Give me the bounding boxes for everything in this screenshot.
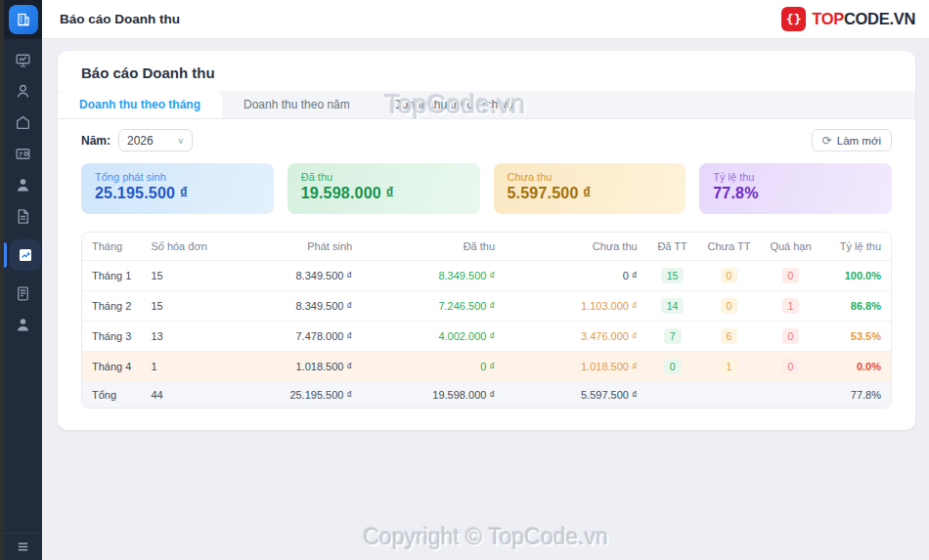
active-item-box — [10, 239, 41, 271]
table-header-row: Tháng Số hóa đơn Phát sinh Đã thu Chưa t… — [82, 233, 891, 261]
sidebar-item-home[interactable] — [7, 113, 40, 132]
col-header-thang: Tháng — [82, 233, 141, 261]
table-row-thang-1[interactable]: Tháng 1 15 8.349.500 ₫ 8.349.500 ₫ 0 ₫ 1… — [82, 261, 891, 291]
table-row-thang-2[interactable]: Tháng 2 15 8.349.500 ₫ 7.246.500 ₫ 1.103… — [82, 291, 891, 322]
paid-badge: 0 — [664, 359, 682, 374]
id-card-icon — [15, 146, 31, 162]
cell-empty — [698, 382, 761, 409]
copyright-watermark: Copyright © TopCode.vn — [42, 524, 929, 550]
cell-rate: 53.5% — [821, 322, 891, 352]
tab-bar: Doanh thu theo tháng Doanh thu theo năm … — [58, 91, 915, 119]
year-select-value: 2026 — [127, 134, 154, 148]
paid-badge: 15 — [661, 268, 685, 283]
home-icon — [15, 114, 31, 131]
table-total-row: Tổng 44 25.195.500 ₫ 19.598.000 ₫ 5.597.… — [82, 382, 891, 409]
cell-total-collected: 19.598.000 ₫ — [362, 382, 505, 409]
sidebar-nav — [4, 39, 42, 334]
topbar-title: Báo cáo Doanh thu — [60, 12, 180, 26]
unpaid-badge: 6 — [721, 328, 738, 344]
year-label: Năm: — [81, 134, 111, 148]
card-chua-thu: Chưa thu 5.597.500 ₫ — [494, 163, 686, 214]
topcode-logo-icon: {} — [781, 7, 806, 31]
col-header-qua-han: Quá hạn — [760, 233, 820, 261]
card-da-thu: Đã thu 19.598.000 ₫ — [288, 163, 480, 214]
sidebar-item-staff[interactable] — [7, 316, 40, 334]
cell-uncollected: 3.476.000 ₫ — [505, 322, 647, 352]
cell-arising: 8.349.500 ₫ — [219, 261, 362, 291]
cell-unpaid: 1 — [698, 352, 761, 382]
document-icon — [15, 208, 31, 225]
hamburger-menu-icon — [16, 539, 30, 554]
card-tong-phat-sinh: Tổng phát sinh 25.195.500 ₫ — [81, 163, 274, 214]
sidebar-item-customer[interactable] — [7, 176, 40, 194]
overdue-badge: 0 — [782, 359, 800, 374]
overdue-badge: 0 — [782, 328, 800, 344]
cell-overdue: 0 — [760, 261, 820, 291]
cell-paid: 7 — [647, 322, 698, 352]
chevron-down-icon: ∨ — [177, 136, 184, 146]
sidebar-item-presentation-chart[interactable] — [7, 51, 40, 69]
year-filter: Năm: 2026 ∨ — [81, 129, 193, 151]
cell-collected: 4.002.000 ₫ — [362, 322, 505, 352]
cell-collected: 7.246.500 ₫ — [362, 291, 505, 322]
overdue-badge: 0 — [782, 268, 800, 283]
cell-month: Tháng 4 — [82, 352, 141, 382]
cell-unpaid: 0 — [698, 261, 761, 291]
sidebar-collapse-button[interactable] — [4, 533, 42, 560]
topbar: Báo cáo Doanh thu {} TOPCODE.VN — [42, 0, 929, 39]
cell-rate: 86.8% — [821, 291, 891, 322]
sidebar-item-id-card[interactable] — [7, 145, 40, 163]
app-logo-button[interactable] — [9, 5, 38, 34]
cell-invoices: 13 — [141, 322, 219, 352]
unpaid-badge: 1 — [721, 359, 738, 374]
cell-paid: 0 — [647, 352, 698, 382]
user-filled-icon — [15, 177, 31, 194]
sidebar-item-document[interactable] — [7, 207, 40, 226]
cell-month: Tháng 1 — [82, 261, 141, 291]
card-value: 5.597.500 ₫ — [508, 185, 673, 202]
table-row-thang-4[interactable]: Tháng 4 1 1.018.500 ₫ 0 ₫ 1.018.500 ₫ 0 … — [82, 352, 891, 382]
active-item-accent — [4, 242, 7, 268]
cell-overdue: 1 — [760, 291, 820, 322]
tab-doanh-thu-theo-thang[interactable]: Doanh thu theo tháng — [58, 91, 222, 118]
topcode-logo-text: TOPCODE.VN — [812, 10, 915, 28]
building-icon — [16, 12, 31, 27]
cell-uncollected: 1.103.000 ₫ — [505, 291, 647, 322]
sidebar-item-invoice-list[interactable] — [7, 284, 40, 303]
col-header-ty-le-thu: Tỷ lệ thu — [821, 233, 891, 261]
revenue-table-container: Tháng Số hóa đơn Phát sinh Đã thu Chưa t… — [81, 232, 892, 409]
table-row-thang-3[interactable]: Tháng 3 13 7.478.000 ₫ 4.002.000 ₫ 3.476… — [82, 322, 891, 352]
cell-empty — [760, 382, 820, 409]
paid-badge: 14 — [661, 298, 685, 314]
cell-invoices: 1 — [141, 352, 219, 382]
year-select[interactable]: 2026 ∨ — [118, 129, 193, 151]
unpaid-badge: 0 — [721, 298, 738, 314]
cell-uncollected: 0 ₫ — [505, 261, 647, 291]
cell-paid: 15 — [647, 261, 698, 291]
revenue-table: Tháng Số hóa đơn Phát sinh Đã thu Chưa t… — [82, 233, 891, 408]
cell-collected: 0 ₫ — [362, 352, 505, 382]
card-label: Tỷ lệ thu — [713, 171, 878, 183]
presentation-chart-icon — [15, 52, 31, 68]
summary-cards: Tổng phát sinh 25.195.500 ₫ Đã thu 19.59… — [58, 159, 915, 214]
tab-doanh-thu-theo-nam[interactable]: Doanh thu theo năm — [222, 91, 372, 118]
brand-text-top: TOP — [812, 10, 844, 27]
sidebar-item-user-outline[interactable] — [7, 82, 40, 101]
main-area: Báo cáo Doanh thu {} TOPCODE.VN Báo cáo … — [42, 0, 929, 560]
cell-arising: 7.478.000 ₫ — [219, 322, 362, 352]
cell-total-rate: 77.8% — [821, 382, 891, 409]
sidebar — [4, 0, 42, 560]
cell-total-label: Tổng — [82, 382, 141, 409]
refresh-button[interactable]: ⟳ Làm mới — [812, 129, 892, 151]
page-content: Báo cáo Doanh thu Doanh thu theo tháng D… — [42, 39, 929, 560]
revenue-chart-icon — [18, 247, 33, 263]
cell-invoices: 15 — [141, 261, 219, 291]
invoice-list-icon — [15, 285, 31, 302]
card-ty-le-thu: Tỷ lệ thu 77.8% — [699, 163, 892, 214]
tab-doanh-thu-theo-dich-vu[interactable]: Doanh thu theo dịch vụ — [372, 91, 535, 118]
col-header-so-hoa-don: Số hóa đơn — [141, 233, 219, 261]
sidebar-item-revenue-report[interactable] — [4, 238, 42, 272]
cell-month: Tháng 3 — [82, 322, 141, 352]
col-header-da-tt: Đã TT — [647, 233, 698, 261]
cell-total-invoices: 44 — [141, 382, 219, 409]
